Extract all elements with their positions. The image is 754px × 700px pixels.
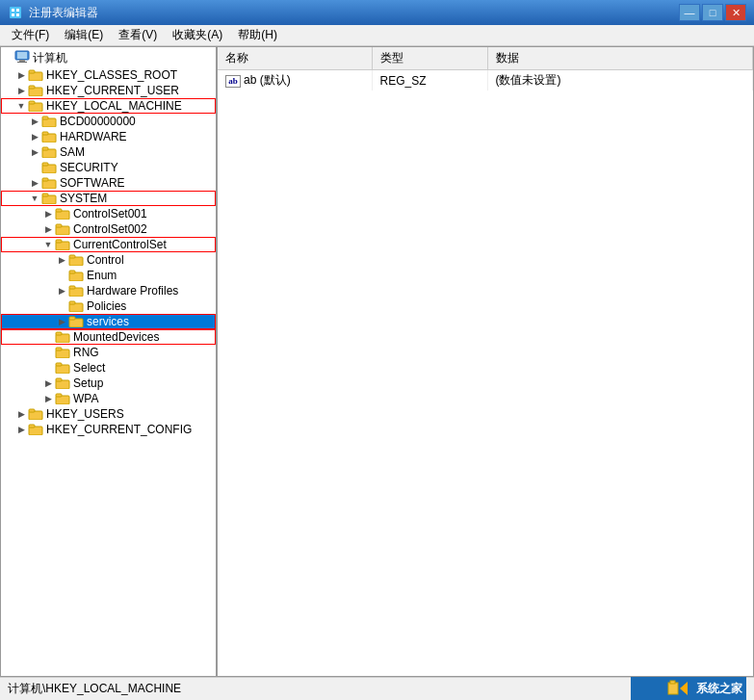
- app-icon: [8, 5, 23, 20]
- svg-rect-22: [42, 163, 48, 166]
- tree-label-hkey_classes_root: HKEY_CLASSES_ROOT: [46, 68, 177, 82]
- menu-favorites[interactable]: 收藏夹(A): [165, 25, 230, 45]
- col-data: 数据: [487, 47, 753, 70]
- folder-icon: [41, 145, 57, 159]
- tree-toggle-hardware_profiles[interactable]: ▶: [55, 284, 68, 298]
- tree-label-hkey_current_config: HKEY_CURRENT_CONFIG: [46, 423, 192, 436]
- minimize-button[interactable]: —: [679, 4, 700, 21]
- tree-toggle-hkey_current_user[interactable]: ▶: [14, 84, 28, 97]
- tree-toggle-hkey_classes_root[interactable]: ▶: [14, 68, 28, 82]
- tree-item-hkey_classes_root[interactable]: ▶ HKEY_CLASSES_ROOT: [1, 67, 216, 83]
- tree-toggle-mounteddevices[interactable]: [41, 330, 55, 344]
- folder-icon: [41, 130, 57, 143]
- maximize-button[interactable]: □: [702, 4, 723, 21]
- svg-rect-57: [668, 683, 678, 694]
- tree-label-wpa: WPA: [73, 392, 98, 405]
- folder-icon: [41, 192, 57, 205]
- svg-rect-26: [42, 194, 48, 196]
- tree-toggle-bcd00000000[interactable]: ▶: [28, 115, 41, 128]
- folder-icon: [41, 176, 57, 190]
- tree-label-computer: 计算机: [33, 50, 67, 66]
- tree-item-hkey_current_config[interactable]: ▶ HKEY_CURRENT_CONFIG: [1, 422, 216, 437]
- svg-rect-20: [42, 147, 48, 150]
- status-bar: 计算机\HKEY_LOCAL_MACHINE 系统之家: [0, 677, 754, 700]
- menu-edit[interactable]: 编辑(E): [57, 25, 111, 45]
- tree-toggle-setup[interactable]: ▶: [41, 376, 55, 390]
- tree-item-software[interactable]: ▶ SOFTWARE: [1, 175, 216, 191]
- folder-icon: [28, 423, 43, 436]
- tree-item-wpa[interactable]: ▶ WPA: [1, 391, 216, 406]
- tree-item-select[interactable]: Select: [1, 360, 216, 376]
- tree-toggle-controlset002[interactable]: ▶: [41, 222, 55, 236]
- close-button[interactable]: ✕: [725, 4, 746, 21]
- tree-toggle-hkey_current_config[interactable]: ▶: [14, 423, 28, 436]
- registry-tree-panel[interactable]: 计算机▶ HKEY_CLASSES_ROOT▶ HKEY_CURRENT_USE…: [1, 47, 218, 676]
- tree-item-hkey_users[interactable]: ▶ HKEY_USERS: [1, 406, 216, 422]
- brand-logo: 系统之家: [631, 677, 746, 700]
- tree-item-controlset001[interactable]: ▶ ControlSet001: [1, 206, 216, 221]
- tree-toggle-hkey_local_machine[interactable]: ▼: [14, 99, 28, 113]
- title-bar-left: 注册表编辑器: [8, 5, 98, 21]
- tree-toggle-hkey_users[interactable]: ▶: [14, 407, 28, 421]
- logo-text: 系统之家: [696, 681, 742, 697]
- tree-toggle-select[interactable]: [41, 361, 55, 375]
- tree-item-controlset002[interactable]: ▶ ControlSet002: [1, 221, 216, 237]
- tree-item-currentcontrolset[interactable]: ▼ CurrentControlSet: [1, 237, 216, 252]
- menu-view[interactable]: 查看(V): [111, 25, 165, 45]
- tree-toggle-controlset001[interactable]: ▶: [41, 207, 55, 220]
- tree-toggle-computer[interactable]: [1, 52, 14, 65]
- tree-label-hkey_local_machine: HKEY_LOCAL_MACHINE: [46, 99, 182, 113]
- svg-rect-6: [17, 52, 27, 59]
- title-bar: 注册表编辑器 — □ ✕: [0, 0, 754, 25]
- folder-icon: [28, 84, 43, 97]
- computer-icon: [14, 50, 30, 66]
- tree-item-mounteddevices[interactable]: MountedDevices: [1, 329, 216, 345]
- menu-file[interactable]: 文件(F): [4, 25, 57, 45]
- tree-item-computer[interactable]: 计算机: [1, 49, 216, 67]
- tree-label-setup: Setup: [73, 376, 103, 390]
- tree-label-enum: Enum: [87, 269, 117, 282]
- tree-toggle-software[interactable]: ▶: [28, 176, 41, 190]
- tree-toggle-hardware[interactable]: ▶: [28, 130, 41, 143]
- svg-rect-40: [69, 301, 75, 304]
- folder-icon: [55, 392, 70, 405]
- tree-item-services[interactable]: ▶ services: [1, 314, 216, 329]
- svg-rect-10: [29, 70, 35, 73]
- tree-item-hardware_profiles[interactable]: ▶ Hardware Profiles: [1, 283, 216, 298]
- svg-rect-52: [56, 394, 62, 397]
- tree-item-hardware[interactable]: ▶ HARDWARE: [1, 129, 216, 144]
- tree-label-bcd00000000: BCD00000000: [60, 115, 136, 128]
- svg-rect-42: [69, 317, 75, 320]
- tree-toggle-wpa[interactable]: ▶: [41, 392, 55, 405]
- svg-rect-50: [56, 378, 62, 381]
- tree-label-rng: RNG: [73, 346, 99, 359]
- tree-item-system[interactable]: ▼ SYSTEM: [1, 191, 216, 206]
- tree-item-hkey_current_user[interactable]: ▶ HKEY_CURRENT_USER: [1, 83, 216, 98]
- tree-item-rng[interactable]: RNG: [1, 345, 216, 360]
- tree-toggle-currentcontrolset[interactable]: ▼: [41, 238, 55, 251]
- tree-toggle-policies[interactable]: [55, 299, 68, 313]
- tree-item-control[interactable]: ▶ Control: [1, 252, 216, 268]
- tree-item-bcd00000000[interactable]: ▶ BCD00000000: [1, 114, 216, 129]
- tree-toggle-sam[interactable]: ▶: [28, 145, 41, 159]
- folder-icon: [68, 284, 84, 298]
- tree-item-policies[interactable]: Policies: [1, 298, 216, 314]
- svg-rect-3: [12, 13, 14, 16]
- tree-label-hardware: HARDWARE: [60, 130, 127, 143]
- tree-toggle-system[interactable]: ▼: [28, 192, 41, 205]
- tree-toggle-rng[interactable]: [41, 346, 55, 359]
- menu-help[interactable]: 帮助(H): [230, 25, 285, 45]
- svg-rect-58: [670, 681, 675, 684]
- tree-item-sam[interactable]: ▶ SAM: [1, 144, 216, 160]
- tree-toggle-enum[interactable]: [55, 269, 68, 282]
- tree-item-security[interactable]: SECURITY: [1, 160, 216, 175]
- folder-icon: [28, 407, 43, 421]
- cell-name: abab (默认): [218, 70, 372, 91]
- tree-toggle-control[interactable]: ▶: [55, 253, 68, 267]
- tree-toggle-services[interactable]: ▶: [55, 315, 68, 328]
- tree-item-setup[interactable]: ▶ Setup: [1, 376, 216, 391]
- tree-toggle-security[interactable]: [28, 161, 41, 174]
- table-row[interactable]: abab (默认)REG_SZ(数值未设置): [218, 70, 753, 91]
- tree-item-hkey_local_machine[interactable]: ▼ HKEY_LOCAL_MACHINE: [1, 98, 216, 114]
- tree-item-enum[interactable]: Enum: [1, 268, 216, 283]
